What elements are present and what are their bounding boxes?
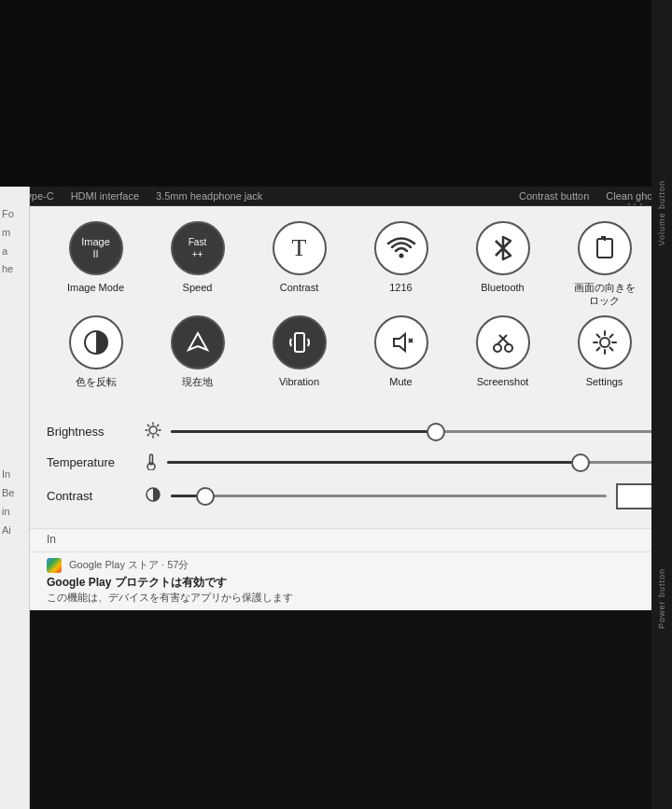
brightness-icon [145, 422, 161, 442]
qs-icon-mute [374, 315, 428, 370]
contrast-value-slider[interactable] [171, 487, 607, 506]
qs-item-wifi[interactable]: 1216 [352, 221, 450, 308]
qs-icon-screenshot [476, 315, 530, 370]
brightness-label: Brightness [47, 425, 135, 439]
qs-item-screenshot[interactable]: Screenshot [454, 315, 552, 388]
svg-point-8 [505, 344, 512, 352]
qs-label-wifi: 1216 [389, 281, 412, 294]
qs-item-speed[interactable]: Fast++ Speed [148, 221, 246, 308]
qs-label-settings: Settings [586, 375, 623, 388]
left-text-3: a [2, 243, 27, 261]
qs-item-invert[interactable]: 色を反転 [47, 315, 145, 388]
left-text-5: In [2, 466, 27, 484]
qs-label-location: 現在地 [182, 375, 213, 388]
qs-icon-location [171, 315, 225, 370]
svg-line-19 [157, 425, 158, 425]
qs-label-contrast: Contrast [280, 281, 319, 294]
qs-icon-rotate [578, 221, 632, 275]
volume-button-label: Volume button [657, 180, 666, 246]
svg-point-0 [399, 254, 403, 258]
qs-icon-bluetooth [476, 221, 530, 275]
qs-icon-settings [578, 315, 632, 370]
brightness-row: Brightness [47, 422, 653, 442]
qs-label-screenshot: Screenshot [477, 375, 529, 388]
temperature-icon [145, 452, 158, 474]
svg-point-21 [147, 463, 155, 470]
svg-line-18 [157, 434, 158, 435]
content-below-sliders: In [28, 528, 672, 551]
qs-icon-speed: Fast++ [171, 221, 225, 275]
left-partial-panel: Fo m a he In Be in Ai [0, 187, 30, 809]
qs-icon-image-mode: ImageII [69, 221, 123, 275]
svg-rect-3 [295, 333, 304, 352]
svg-marker-4 [394, 334, 405, 351]
top-bezel [0, 0, 672, 187]
qs-item-rotate[interactable]: 画面の向きを ロック [555, 221, 653, 308]
google-play-icon [47, 558, 62, 573]
contrast-slider-label: Contrast [47, 489, 135, 503]
left-text-8: Ai [2, 522, 27, 540]
svg-rect-1 [597, 239, 612, 258]
status-headphone: 3.5mm headphone jack [156, 190, 262, 202]
contrast-slider-icon [145, 486, 161, 507]
qs-label-rotate: 画面の向きを ロック [574, 281, 636, 308]
status-contrast-btn: Contrast button [519, 190, 589, 202]
brightness-slider[interactable] [171, 423, 653, 441]
contrast-value-box [616, 483, 653, 509]
notification-body: この機能は、デバイスを有害なアプリから保護します [47, 591, 653, 605]
qs-icon-invert [69, 315, 123, 370]
svg-line-17 [147, 425, 148, 425]
notification-panel[interactable]: Google Play ストア · 57分 Google Play プロテクトは… [0, 551, 672, 610]
qs-item-mute[interactable]: Mute [352, 315, 450, 388]
temperature-slider[interactable] [167, 453, 653, 472]
qs-label-image-mode: Image Mode [67, 281, 124, 294]
notification-title: Google Play プロテクトは有効です [47, 575, 653, 591]
content-line-in: In [47, 533, 653, 548]
status-hdmi: HDMI interface [71, 190, 139, 202]
qs-label-mute: Mute [389, 375, 412, 388]
svg-line-20 [147, 434, 148, 435]
qs-icon-vibration [273, 315, 327, 370]
temperature-row: Temperature [47, 452, 653, 474]
qs-item-location[interactable]: 現在地 [148, 315, 246, 388]
qs-icon-contrast: T [273, 221, 327, 275]
status-bar: B Type-C HDMI interface 3.5mm headphone … [0, 187, 672, 206]
temperature-label: Temperature [47, 455, 135, 469]
left-text-6: Be [2, 484, 27, 503]
svg-point-11 [600, 338, 609, 347]
qs-item-settings[interactable]: Settings [555, 315, 653, 388]
screen: B Type-C HDMI interface 3.5mm headphone … [0, 0, 672, 809]
contrast-slider-row: Contrast [47, 483, 653, 509]
qs-item-vibration[interactable]: Vibration [250, 315, 348, 388]
left-text-2: m [2, 224, 27, 243]
qs-label-speed: Speed [183, 281, 213, 294]
svg-line-10 [499, 335, 509, 344]
qs-item-bluetooth[interactable]: Bluetooth [454, 221, 552, 308]
qs-item-image-mode[interactable]: ImageII Image Mode [47, 221, 145, 308]
notification-source: Google Play ストア · 57分 [69, 558, 189, 572]
qs-label-bluetooth: Bluetooth [481, 281, 524, 294]
quick-settings-grid: ImageII Image Mode Fast++ Speed T Contra… [47, 221, 653, 388]
qs-label-vibration: Vibration [279, 375, 319, 388]
qs-item-contrast[interactable]: T Contrast [250, 221, 348, 308]
svg-point-12 [149, 426, 157, 434]
qs-icon-wifi [374, 221, 428, 275]
sliders-panel: Brightness [28, 414, 672, 528]
left-text-1: Fo [2, 205, 27, 224]
svg-point-7 [494, 344, 501, 352]
more-options-button[interactable]: ⋮ [625, 196, 646, 211]
qs-label-invert: 色を反転 [76, 375, 117, 388]
quick-settings-panel: ImageII Image Mode Fast++ Speed T Contra… [28, 206, 672, 414]
side-buttons-panel: Volume button Power button [651, 0, 672, 809]
power-button-label: Power button [657, 568, 666, 629]
left-text-7: in [2, 503, 27, 522]
left-text-4: he [2, 260, 27, 279]
notification-source-row: Google Play ストア · 57分 [47, 558, 653, 573]
svg-line-9 [497, 335, 507, 344]
